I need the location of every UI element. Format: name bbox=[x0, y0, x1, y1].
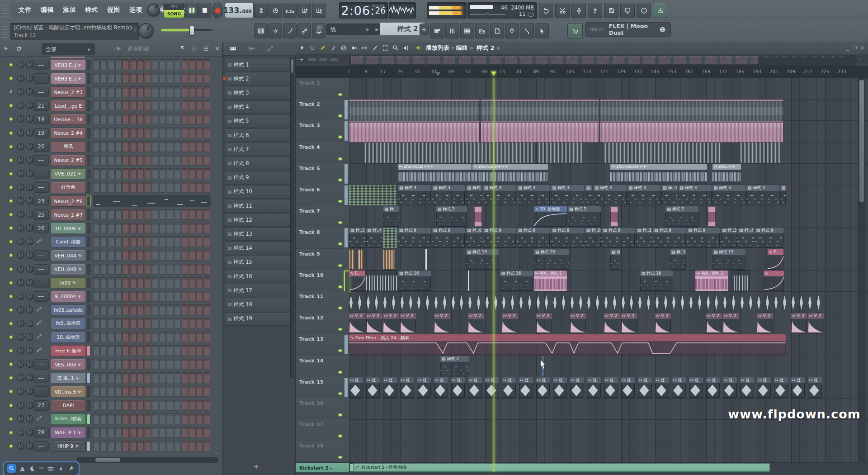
step-cell[interactable] bbox=[145, 304, 151, 315]
keys-icon[interactable] bbox=[230, 45, 236, 52]
pattern-clip[interactable]: ▤ 样式 3 bbox=[432, 185, 465, 205]
looprec-button[interactable] bbox=[312, 3, 326, 18]
sample-clip[interactable]: ↦ V..2 bbox=[655, 313, 671, 333]
menu-item-1[interactable]: 编辑 bbox=[37, 6, 57, 14]
step-cell[interactable] bbox=[137, 250, 144, 261]
channel-led[interactable] bbox=[9, 431, 13, 435]
step-cell[interactable] bbox=[123, 304, 129, 315]
step-cell[interactable] bbox=[182, 168, 188, 179]
step-cell[interactable] bbox=[204, 168, 210, 179]
step-cell[interactable] bbox=[196, 209, 203, 220]
clip[interactable] bbox=[600, 121, 784, 142]
slide-button[interactable] bbox=[283, 23, 297, 38]
step-cell[interactable] bbox=[100, 304, 107, 315]
channel-led[interactable] bbox=[9, 145, 13, 149]
step-cell[interactable] bbox=[93, 441, 99, 451]
step-cell[interactable] bbox=[152, 86, 158, 97]
step-cell[interactable] bbox=[204, 155, 210, 166]
channel-volume-knob[interactable] bbox=[26, 88, 33, 95]
step-cell[interactable] bbox=[108, 209, 114, 220]
step-cell[interactable] bbox=[189, 264, 195, 275]
channel-button[interactable]: 好音色 bbox=[51, 182, 86, 193]
mixer-track-box[interactable]: 19 bbox=[33, 128, 49, 138]
track-mute-led[interactable] bbox=[338, 114, 343, 118]
step-cell[interactable] bbox=[182, 114, 188, 124]
pattern-clip[interactable]: ▤ 样..3 bbox=[349, 228, 365, 248]
mixer-track-box[interactable]: 21 bbox=[33, 100, 49, 111]
step-cell[interactable] bbox=[145, 318, 151, 329]
clip[interactable] bbox=[349, 249, 354, 270]
toolbar2-grip[interactable] bbox=[2, 24, 8, 38]
step-cell[interactable] bbox=[123, 223, 129, 233]
close-button[interactable]: ✕ bbox=[861, 45, 864, 50]
step-cell[interactable] bbox=[123, 209, 129, 220]
step-cell[interactable] bbox=[189, 59, 195, 70]
wrench-icon[interactable] bbox=[68, 466, 75, 472]
step-cell[interactable] bbox=[204, 223, 210, 233]
step-cell[interactable] bbox=[93, 345, 99, 356]
step-cell[interactable] bbox=[204, 114, 210, 124]
track-header[interactable]: Track 13... bbox=[296, 334, 349, 355]
channel-pan-knob[interactable] bbox=[17, 320, 24, 327]
channel-volume-knob[interactable] bbox=[26, 415, 33, 423]
toolbar-grip[interactable] bbox=[2, 3, 8, 17]
audio-clip[interactable]: ↦ WA.. WA..1 bbox=[695, 271, 728, 291]
track-mode-chip-1[interactable] bbox=[308, 58, 316, 61]
snap-knob[interactable] bbox=[316, 25, 323, 31]
channel-button[interactable]: 过 度..1 bbox=[51, 372, 86, 384]
time-display[interactable]: 2:06:26 M:S:CS bbox=[339, 2, 388, 19]
step-cell[interactable] bbox=[137, 427, 144, 438]
sample-clip[interactable]: ↦ V..2 bbox=[621, 313, 637, 333]
track-name[interactable]: Track 18 bbox=[299, 443, 324, 448]
track-mute-led[interactable] bbox=[338, 456, 343, 459]
saveas-button[interactable] bbox=[620, 3, 635, 18]
rack-scroll-down-icon[interactable]: ⌄ bbox=[214, 450, 218, 456]
step-cell[interactable] bbox=[100, 250, 107, 261]
step-cell[interactable] bbox=[130, 400, 137, 411]
step-cell[interactable] bbox=[123, 250, 129, 261]
pattern-item[interactable]: ▤样式 2▶ bbox=[225, 72, 293, 86]
audio-hit-clip[interactable] bbox=[528, 295, 532, 310]
step-cell[interactable] bbox=[137, 114, 144, 124]
track-name[interactable]: Track 5 bbox=[299, 166, 320, 171]
step-cell[interactable] bbox=[123, 128, 129, 138]
step-cell[interactable] bbox=[182, 441, 188, 451]
step-cell[interactable] bbox=[160, 100, 166, 111]
step-cell[interactable] bbox=[174, 100, 180, 111]
step-cell[interactable] bbox=[100, 372, 107, 383]
track-header[interactable]: Track 14... bbox=[296, 356, 349, 377]
picker-scrollbar[interactable] bbox=[290, 58, 294, 378]
track-name[interactable]: Track 12 bbox=[299, 315, 324, 320]
step-cell[interactable] bbox=[115, 332, 122, 342]
step-cell[interactable] bbox=[152, 372, 158, 383]
channel-mute-strip[interactable] bbox=[87, 264, 90, 275]
step-cell[interactable] bbox=[160, 304, 166, 315]
channel-volume-knob[interactable] bbox=[26, 279, 33, 286]
channel-volume-knob[interactable] bbox=[26, 129, 33, 137]
pattern-item[interactable]: ▤样式 16 bbox=[225, 270, 293, 283]
step-cell[interactable] bbox=[204, 209, 210, 220]
track-header[interactable]: Track 9... bbox=[296, 249, 349, 270]
pattern-clip[interactable]: ▤ 样式 3 bbox=[627, 185, 660, 205]
step-cell[interactable] bbox=[196, 73, 203, 84]
channel-mute-strip[interactable] bbox=[87, 278, 90, 288]
step-cell[interactable] bbox=[189, 427, 195, 438]
step-cell[interactable] bbox=[115, 59, 122, 70]
pattern-item[interactable]: ▤样式 8 bbox=[225, 157, 293, 170]
track-header[interactable]: Track 16... bbox=[296, 398, 349, 419]
pattern-clip[interactable]: ▤ 样式 3 bbox=[483, 185, 516, 205]
pattern-clip[interactable]: ▤ 样式 2 bbox=[665, 206, 698, 227]
track-name[interactable]: Track 6 bbox=[299, 187, 320, 192]
step-cell[interactable] bbox=[130, 141, 137, 152]
track-options[interactable]: ... bbox=[301, 326, 306, 331]
pattern-item[interactable]: ▤样式 11 bbox=[225, 199, 293, 213]
audio-hit-clip[interactable] bbox=[595, 295, 599, 310]
channel-pan-knob[interactable] bbox=[17, 102, 24, 109]
step-cell[interactable] bbox=[108, 128, 114, 138]
channel-led[interactable] bbox=[9, 404, 13, 408]
picker-scroll-thumb[interactable] bbox=[291, 59, 293, 73]
step-cell[interactable] bbox=[100, 318, 107, 329]
audio-hit-clip[interactable] bbox=[613, 295, 617, 310]
step-cell[interactable] bbox=[196, 332, 203, 342]
maximize-button[interactable]: ❐ bbox=[853, 45, 857, 50]
